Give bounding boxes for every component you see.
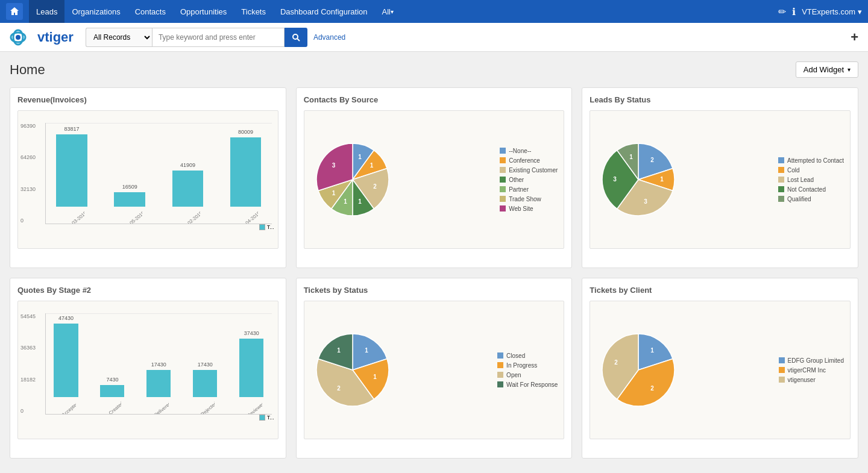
legend-label: vtigenuser [788, 377, 816, 383]
svg-point-3 [293, 34, 298, 39]
pie-chart-container: 122 EDFG Group Limited vtigerCRM Inc vti… [590, 322, 850, 418]
search-button[interactable] [285, 28, 307, 47]
nav-leads[interactable]: Leads [29, 0, 64, 23]
chart-legend: T... [259, 415, 274, 421]
legend-color [497, 362, 503, 368]
bar [146, 370, 171, 397]
svg-text:2: 2 [337, 385, 341, 392]
bar-x-label: Accepted [61, 401, 77, 414]
legend-color [500, 148, 506, 154]
legend-color [497, 352, 503, 359]
nav-items: Leads Organizations Contacts Opportuniti… [29, 0, 778, 23]
legend-color [779, 357, 785, 363]
svg-text:1: 1 [337, 347, 341, 354]
record-type-select[interactable]: All Records [86, 28, 152, 47]
widget-contacts-by-source: Contacts By Source 1121113 --None-- Conf… [296, 87, 573, 268]
svg-text:1: 1 [370, 162, 373, 169]
bar-value-label: 47430 [58, 315, 74, 321]
legend-item: Wait For Response [497, 381, 558, 388]
legend-label: Existing Customer [509, 167, 558, 174]
legend-item: --None-- [500, 148, 558, 154]
page-title: Home [10, 62, 45, 78]
y-label: 36363 [20, 345, 36, 351]
legend-item: EDFG Group Limited [779, 357, 844, 364]
legend-color [500, 167, 506, 173]
bar-group: 17430 Rejected [185, 362, 225, 414]
legend-item: Closed [497, 352, 558, 359]
edit-icon[interactable]: ✏ [778, 6, 786, 17]
legend-label: EDFG Group Limited [788, 357, 844, 364]
legend-item: Qualified [778, 196, 844, 202]
legend-color [778, 157, 784, 163]
top-navigation: Leads Organizations Contacts Opportuniti… [0, 0, 868, 23]
legend-item: Web Site [500, 205, 558, 212]
bar-x-label: 30-04-2015 [239, 210, 258, 224]
widget-title: Tickets by Client [590, 286, 851, 295]
svg-text:1: 1 [365, 347, 368, 354]
legend-item: Conference [500, 157, 558, 164]
bar [193, 370, 217, 397]
svg-text:1: 1 [358, 198, 362, 205]
widget-title: Quotes By Stage #2 [17, 286, 278, 295]
legend-label: Qualified [787, 196, 811, 202]
search-icon [292, 33, 300, 42]
add-widget-button[interactable]: Add Widget ▾ [796, 61, 858, 78]
bar-group: 80009 30-04-2015 [220, 129, 272, 224]
bar [54, 324, 78, 397]
nav-dashboard-config[interactable]: Dashboard Configuration [273, 0, 375, 23]
legend-color [778, 167, 784, 173]
legend-label: Other [509, 177, 524, 183]
bar-x-label: 28-02-2015 [181, 210, 200, 224]
global-add-button[interactable]: + [851, 30, 858, 45]
chart-area: 1121113 --None-- Conference Existing Cus… [304, 110, 565, 249]
chart-area: 9639064260321300 83817 31-03-2015 16509 … [17, 110, 278, 249]
bar-x-label: 31-03-2015 [65, 210, 84, 224]
legend-color [500, 157, 506, 163]
nav-organizations[interactable]: Organizations [64, 0, 127, 23]
widget-revenue: Revenue(Invoices) 9639064260321300 83817… [10, 87, 286, 268]
svg-text:1: 1 [650, 347, 654, 354]
bar-chart-inner: 9639064260321300 83817 31-03-2015 16509 … [45, 123, 272, 224]
legend-label: Trade Show [509, 196, 541, 202]
svg-text:1: 1 [332, 190, 335, 196]
legend-label: Web Site [509, 205, 533, 212]
legend-item: In Progress [497, 362, 558, 369]
info-icon[interactable]: ℹ [792, 6, 796, 17]
bar-group: 83817 31-03-2015 [46, 126, 98, 224]
legend-item: vtigenuser [779, 377, 844, 383]
nav-tickets[interactable]: Tickets [234, 0, 273, 23]
home-icon[interactable] [6, 3, 23, 20]
widget-grid: Revenue(Invoices) 9639064260321300 83817… [10, 87, 858, 459]
chart-area: 5454536363181820 47430 Accepted 7430 Cre… [17, 301, 278, 439]
pie-chart-svg: 1121 [310, 328, 395, 412]
widget-title: Leads By Status [590, 95, 851, 104]
page-header: Home Add Widget ▾ [10, 61, 858, 78]
search-input[interactable] [152, 28, 285, 47]
legend-label: Open [506, 372, 521, 378]
legend-label: Wait For Response [506, 381, 558, 388]
widget-tickets-by-client: Tickets by Client 122 EDFG Group Limited… [582, 278, 858, 459]
user-menu[interactable]: VTExperts.com ▾ [802, 7, 862, 16]
legend-color [779, 367, 785, 373]
nav-opportunities[interactable]: Opportunities [173, 0, 234, 23]
legend-label: T... [267, 415, 274, 421]
nav-all[interactable]: All [375, 0, 401, 23]
svg-point-2 [16, 35, 20, 40]
bar [172, 171, 204, 207]
logo: vtiger [10, 29, 74, 46]
bar-group: 16509 31-05-2015 [104, 184, 156, 224]
advanced-search-link[interactable]: Advanced [313, 33, 345, 42]
chart-area: 1121 Closed In Progress Open Wait For Re… [304, 301, 565, 439]
bar-chart: 5454536363181820 47430 Accepted 7430 Cre… [18, 301, 278, 439]
y-axis: 9639064260321300 [20, 123, 36, 224]
y-label: 0 [20, 408, 36, 414]
y-label: 54545 [20, 313, 36, 319]
legend-item: T... [259, 224, 274, 230]
y-label: 32130 [20, 186, 36, 192]
y-label: 18182 [20, 377, 36, 383]
widget-title: Contacts By Source [304, 95, 565, 104]
svg-text:3: 3 [332, 162, 335, 169]
bar-group: 47430 Accepted [46, 315, 86, 414]
legend-item: Other [500, 177, 558, 183]
nav-contacts[interactable]: Contacts [128, 0, 173, 23]
